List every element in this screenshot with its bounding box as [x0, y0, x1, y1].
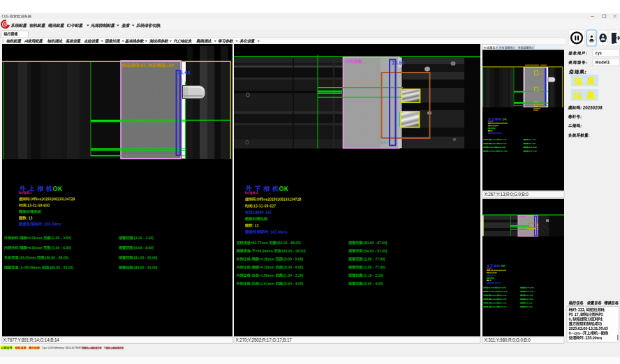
- svg-text:X:270;Y:2502;R:17;G:17;B:17: X:270;Y:2502;R:17;G:17;B:17: [236, 338, 293, 342]
- svg-text:Cpu: 0.0% Memory: 3424.4179687: Cpu: 0.0% Memory: 3424.41796875M: [42, 346, 85, 349]
- svg-text:X:267;Y:13;R:0;G:0;B:0: X:267;Y:13;R:0;G:0;B:0: [485, 192, 529, 197]
- svg-text:X:311;Y:980;R:0;G:0;B:0: X:311;Y:980;R:0;G:0;B:0: [485, 338, 531, 342]
- svg-text:X:7677;Y:891;R:14;G:14;B:14: X:7677;Y:891;R:14;G:14;B:14: [3, 338, 60, 342]
